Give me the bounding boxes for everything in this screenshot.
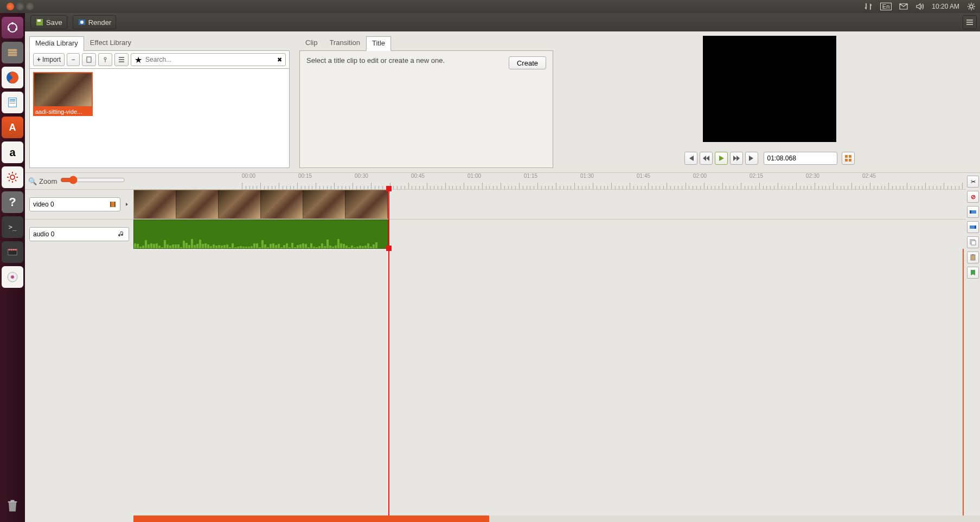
tab-transition[interactable]: Transition (323, 36, 366, 50)
paste-button[interactable] (967, 252, 979, 263)
launcher-settings[interactable] (2, 166, 23, 188)
timeline-empty-area[interactable] (25, 249, 980, 515)
gear-icon[interactable] (967, 2, 976, 11)
save-button[interactable]: Save (30, 15, 67, 29)
audio-track-name[interactable]: audio 0 (29, 227, 129, 241)
hamburger-menu-button[interactable] (963, 15, 977, 29)
svg-rect-18 (13, 249, 14, 250)
svg-rect-16 (9, 249, 10, 250)
launcher-video-editor[interactable] (2, 241, 23, 263)
launcher-help[interactable]: ? (2, 191, 23, 213)
launcher-amazon[interactable]: a (2, 141, 23, 163)
mail-icon[interactable] (899, 2, 908, 11)
search-input[interactable] (145, 56, 274, 63)
audio-track: audio 0 (25, 219, 980, 249)
clear-search-icon[interactable]: ✖ (277, 56, 282, 63)
marker-button[interactable] (967, 267, 979, 279)
svg-rect-32 (845, 159, 848, 162)
svg-rect-5 (8, 49, 17, 51)
zoom-slider[interactable] (60, 176, 125, 184)
render-label: Render (88, 18, 112, 27)
timeline-scrollbar[interactable] (133, 515, 980, 522)
launcher-dash[interactable] (2, 17, 23, 38)
expand-track-icon[interactable] (125, 202, 129, 207)
tab-title[interactable]: Title (366, 36, 391, 51)
network-icon[interactable] (864, 2, 873, 11)
svg-point-21 (11, 275, 14, 279)
preview-viewer (563, 36, 976, 168)
svg-rect-36 (114, 202, 116, 207)
launcher-software[interactable]: A (2, 117, 23, 138)
language-indicator[interactable]: En (880, 3, 892, 10)
audio-clip[interactable] (133, 220, 388, 249)
title-panel-message: Select a title clip to edit or create a … (306, 56, 509, 65)
svg-rect-31 (849, 155, 851, 158)
forward-button[interactable] (730, 152, 743, 165)
render-button[interactable]: Render (73, 15, 117, 29)
svg-rect-43 (971, 255, 975, 260)
system-top-bar: En 10:20 AM (0, 0, 980, 13)
rewind-button[interactable] (700, 152, 713, 165)
playhead[interactable] (388, 189, 389, 249)
svg-rect-44 (972, 254, 974, 255)
tab-media-library[interactable]: Media Library (29, 36, 84, 51)
window-minimize-icon[interactable] (16, 3, 24, 10)
tracks: video 0 audio 0 (25, 189, 980, 249)
copy-button[interactable] (967, 236, 979, 248)
svg-rect-30 (845, 155, 848, 158)
svg-rect-45 (971, 270, 975, 273)
window-maximize-icon[interactable] (26, 3, 34, 10)
svg-rect-6 (8, 51, 17, 54)
snap-end-button[interactable] (967, 221, 979, 233)
clock[interactable]: 10:20 AM (932, 3, 959, 10)
create-title-button[interactable]: Create (509, 56, 546, 69)
cut-tool-button[interactable]: ✂ (967, 176, 979, 188)
media-tag-button[interactable] (98, 53, 112, 66)
import-button[interactable]: +Import (33, 53, 65, 66)
svg-point-27 (80, 21, 84, 24)
media-search[interactable]: ★ ✖ (131, 53, 286, 66)
svg-rect-40 (975, 225, 976, 229)
svg-point-4 (8, 28, 10, 30)
video-track-name[interactable]: video 0 (29, 197, 120, 211)
svg-rect-19 (15, 249, 16, 250)
tab-effect-library[interactable]: Effect Library (84, 36, 137, 50)
launcher-terminal[interactable]: >_ (2, 216, 23, 238)
launcher-disc[interactable] (2, 266, 23, 288)
timeline-tool-column: ✂ ⊘ (966, 173, 980, 281)
launcher-firefox[interactable] (2, 67, 23, 88)
goto-start-button[interactable] (684, 152, 697, 165)
media-item[interactable]: aadi-sitting-vide... (33, 72, 93, 116)
video-editor-app: Save Render Media Library Effect Library… (25, 13, 980, 522)
svg-rect-25 (37, 20, 41, 22)
video-clip[interactable] (133, 190, 388, 219)
svg-point-3 (15, 28, 17, 30)
timecode-input[interactable] (764, 152, 837, 165)
svg-point-2 (11, 22, 14, 24)
svg-rect-11 (10, 101, 16, 102)
timeline-ruler[interactable]: 00:0000:1500:3000:4501:0001:1501:3001:45… (242, 173, 980, 189)
preview-screen[interactable] (703, 36, 836, 142)
launcher-trash[interactable] (2, 495, 23, 517)
music-note-icon (118, 230, 125, 238)
svg-rect-9 (9, 98, 17, 107)
tab-clip[interactable]: Clip (299, 36, 323, 50)
delete-tool-button[interactable]: ⊘ (967, 191, 979, 203)
svg-rect-7 (8, 54, 17, 56)
snap-start-button[interactable] (967, 206, 979, 218)
play-button[interactable] (715, 152, 728, 165)
launcher-writer[interactable] (2, 92, 23, 113)
goto-end-button[interactable] (745, 152, 758, 165)
media-list-view-button[interactable] (114, 53, 129, 66)
svg-rect-23 (11, 500, 15, 501)
clip-panel: Clip Transition Title Select a title cli… (299, 36, 553, 168)
launcher-files[interactable] (2, 42, 23, 63)
volume-icon[interactable] (915, 2, 924, 11)
svg-rect-12 (10, 103, 16, 104)
remove-media-button[interactable]: − (67, 53, 80, 66)
app-toolbar: Save Render (25, 13, 980, 31)
viewer-options-button[interactable] (842, 152, 855, 165)
media-props-button[interactable] (82, 53, 96, 66)
window-close-icon[interactable] (7, 3, 14, 10)
timeline: 🔍 Zoom 00:0000:1500:3000:4501:0001:1501:… (25, 172, 980, 522)
